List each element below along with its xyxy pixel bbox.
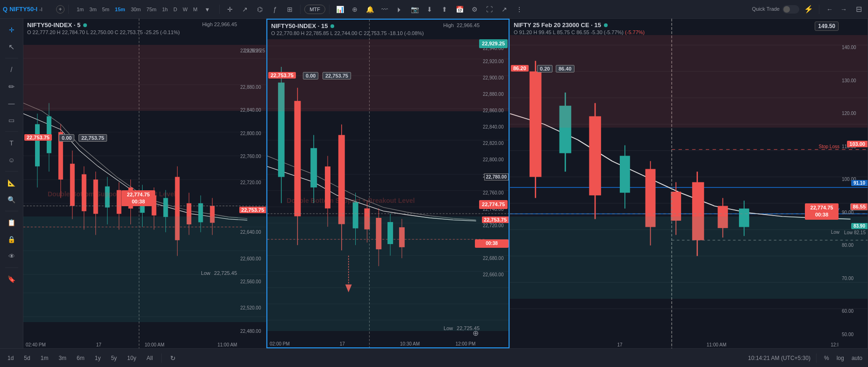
redo-button[interactable]: → — [837, 3, 850, 16]
symbol-display[interactable]: Q NIFTY50-I -I — [3, 6, 54, 13]
horizontal-line-tool[interactable]: — — [4, 96, 19, 111]
svg-rect-108 — [589, 116, 601, 195]
share-button[interactable]: ↗ — [498, 3, 511, 16]
svg-rect-112 — [646, 169, 656, 227]
chart2-ohlc: O 22,770.80 H 22,785.85 L 22,744.00 C 22… — [271, 30, 424, 36]
chart1-canvas — [23, 19, 266, 348]
quick-trade-toggle[interactable] — [782, 5, 799, 14]
chart1-time-label-2: 17 — [96, 342, 101, 347]
period-all[interactable]: All — [143, 353, 156, 363]
chart-type-button[interactable]: 📊 — [333, 3, 346, 16]
refresh-button[interactable]: ↻ — [166, 352, 179, 365]
tf-3m[interactable]: 3m — [87, 6, 99, 13]
chart1-header: NIFTY50-INDEX · 5 O 22,777.20 H 22,784.7… — [27, 22, 180, 35]
chart3-price-820[interactable]: 86.20 — [511, 65, 529, 72]
svg-rect-20 — [70, 164, 75, 206]
tf-1m[interactable]: 1m — [74, 6, 86, 13]
charts-area: NIFTY50-INDEX · 5 O 22,777.20 H 22,784.7… — [23, 19, 868, 348]
indicator-button[interactable]: ⌬ — [253, 3, 266, 16]
chart2-change-display[interactable]: 0.00 — [303, 72, 318, 79]
chart1-tooltip: 22,774.75 00:38 — [122, 190, 155, 207]
chart3-low-badge: Low 82.15 — [842, 230, 868, 236]
chart1-current-price-left[interactable]: 22,753.75 — [24, 134, 52, 141]
svg-rect-110 — [620, 156, 630, 193]
chart1-change-display[interactable]: 0.00 — [59, 134, 74, 142]
chart3-badge-8390: 83.90 — [851, 223, 868, 229]
alert-button[interactable]: 🔔 — [363, 3, 376, 16]
chart2-current-price-left[interactable]: 22,753.75 — [268, 72, 296, 79]
svg-rect-80 — [387, 222, 393, 244]
tf-1h[interactable]: 1h — [160, 6, 170, 13]
settings-button[interactable]: ⚙ — [468, 3, 481, 16]
lightning-icon[interactable]: ⚡ — [802, 3, 815, 16]
chart3-change-020[interactable]: 0.20 — [537, 65, 552, 72]
tf-D[interactable]: D — [171, 6, 179, 13]
compare-button[interactable]: ⊕ — [348, 3, 361, 16]
tf-more-button[interactable]: ▾ — [201, 3, 214, 16]
chart2-tooltip-price: 22,774.75 — [482, 201, 505, 208]
timeframe-group: 1m 3m 5m 15m 30m 75m 1h D W M ▾ — [74, 3, 214, 16]
chart1-scale-800: 22,800.00 — [239, 131, 266, 136]
emoji-tool[interactable]: ☺ — [4, 152, 19, 167]
chart2-time-4: 12:00 PM — [455, 341, 475, 346]
period-3m[interactable]: 3m — [55, 353, 70, 363]
svg-rect-104 — [530, 72, 542, 177]
period-1y[interactable]: 1y — [91, 353, 105, 363]
period-6m[interactable]: 6m — [73, 353, 88, 363]
chart3-price-badge-149: 149.50 — [815, 22, 839, 31]
period-1m[interactable]: 1m — [37, 353, 52, 363]
add-symbol-button[interactable]: + — [56, 5, 65, 14]
grid-button[interactable]: ⊞ — [283, 3, 296, 16]
screenshot-button[interactable]: 📷 — [408, 3, 421, 16]
tf-75m[interactable]: 75m — [144, 6, 158, 13]
layout-button[interactable]: ⊟ — [852, 3, 865, 16]
pct-button[interactable]: % — [822, 354, 831, 362]
crosshair-tool[interactable]: ✛ — [4, 22, 19, 37]
fullscreen-button[interactable]: ⛶ — [483, 3, 496, 16]
chart3-live-dot — [604, 23, 608, 27]
chart3-header: NIFTY 25 Feb 20 23000 CE · 15 O 91.20 H … — [514, 22, 645, 35]
calendar-button[interactable]: 📅 — [453, 3, 466, 16]
svg-rect-72 — [338, 135, 345, 224]
undo-button[interactable]: ← — [823, 3, 836, 16]
chart3-price-8640[interactable]: 86.40 — [556, 65, 574, 72]
sidebar-sep-1 — [5, 58, 18, 58]
watchlist-icon[interactable]: 📋 — [4, 215, 19, 230]
period-5y[interactable]: 5y — [107, 353, 121, 363]
replay-button[interactable]: ⏵ — [393, 3, 406, 16]
lock-icon[interactable]: 🔒 — [4, 232, 19, 247]
upload-button[interactable]: ⬆ — [438, 3, 451, 16]
tf-15m[interactable]: 15m — [113, 6, 128, 13]
measure-tool[interactable]: 📐 — [4, 175, 19, 190]
rectangle-tool[interactable]: ▭ — [4, 113, 19, 128]
tf-5m[interactable]: 5m — [100, 6, 112, 13]
more-button[interactable]: ⋮ — [513, 3, 526, 16]
tf-M[interactable]: M — [191, 6, 200, 13]
signal-button[interactable]: 〰 — [378, 3, 391, 16]
tf-W[interactable]: W — [180, 6, 190, 13]
trend-line-tool[interactable]: / — [4, 62, 19, 77]
bottom-right-area: 10:14:21 AM (UTC+5:30) % log auto — [748, 353, 864, 363]
pen-tool[interactable]: ✏ — [4, 79, 19, 94]
line-tool-button[interactable]: ↗ — [238, 3, 251, 16]
pointer-tool[interactable]: ↖ — [4, 39, 19, 54]
eye-icon[interactable]: 👁 — [4, 249, 19, 264]
zoom-tool[interactable]: 🔍 — [4, 192, 19, 207]
auto-button[interactable]: auto — [850, 354, 864, 362]
bt-sep-1 — [161, 353, 162, 363]
download-button[interactable]: ⬇ — [423, 3, 436, 16]
period-5d[interactable]: 5d — [20, 353, 34, 363]
crosshair-button[interactable]: ✛ — [223, 3, 237, 16]
period-10y[interactable]: 10y — [123, 353, 140, 363]
chart1-live-dot — [83, 23, 87, 27]
tf-30m[interactable]: 30m — [129, 6, 143, 13]
mtf-button[interactable]: MTF — [304, 5, 325, 14]
strategy-button[interactable]: ƒ — [268, 3, 281, 16]
chart1-price-display2[interactable]: 22,753.75 — [79, 134, 107, 142]
chart2-price-display2[interactable]: 22,753.75 — [323, 72, 351, 79]
period-1d[interactable]: 1d — [4, 353, 17, 363]
bookmark-icon[interactable]: 🔖 — [4, 272, 19, 287]
log-button[interactable]: log — [835, 354, 846, 362]
timestamp-display: 10:14:21 AM (UTC+5:30) — [748, 355, 811, 361]
text-tool[interactable]: T — [4, 136, 19, 151]
